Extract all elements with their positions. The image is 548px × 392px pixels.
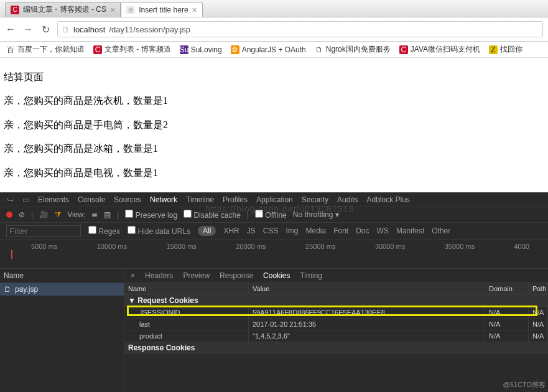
filter-other[interactable]: Other (432, 226, 450, 235)
detail-tab-response[interactable]: Response (220, 271, 253, 280)
filter-img[interactable]: Img (286, 226, 298, 235)
bookmark-item[interactable]: C文章列表 - 博客频道 (93, 44, 171, 55)
bookmark-item[interactable]: ⚙AngularJS + OAuth (231, 45, 306, 54)
detail-tab-cookies[interactable]: Cookies (263, 271, 290, 280)
url-path: /day11/session/pay.jsp (109, 25, 190, 34)
cookie-value: 2017-01-20 21:51:35 (249, 319, 485, 330)
filter-font[interactable]: Font (333, 226, 348, 235)
devtools-tab-security[interactable]: Security (302, 195, 328, 204)
disable-cache-checkbox[interactable]: Disable cache (183, 210, 241, 220)
preserve-log-checkbox[interactable]: Preserve log (125, 210, 177, 220)
purchase-line: 亲，您购买的商品是手电筒，数量是2 (4, 113, 544, 137)
request-list-header: Name (0, 269, 124, 283)
filter-css[interactable]: CSS (263, 226, 279, 235)
purchase-line: 亲，您购买的商品是洗衣机，数量是1 (4, 89, 544, 113)
tab-title: 编辑文章 - 博客频道 - CS (23, 4, 106, 15)
view-large-icon[interactable]: ▤ (104, 210, 111, 219)
capture-icon[interactable]: 🎥 (39, 210, 49, 219)
favicon-generic: ◎ (126, 6, 135, 14)
bookmark-item[interactable]: Z找回你 (489, 44, 522, 55)
hide-urls-checkbox[interactable]: Hide data URLs (128, 226, 190, 236)
inspect-icon[interactable]: ⮑ (6, 195, 14, 204)
detail-tab-preview[interactable]: Preview (183, 271, 210, 280)
purchase-line: 亲，您购买的商品是电视，数量是1 (4, 161, 544, 185)
response-cookies-group[interactable]: Response Cookies (124, 342, 548, 354)
col-domain: Domain (485, 283, 529, 295)
request-detail: × HeadersPreviewResponseCookiesTiming Na… (124, 269, 548, 392)
filter-ws[interactable]: WS (377, 226, 389, 235)
devtools-tab-application[interactable]: Application (256, 195, 293, 204)
purchase-line: 亲，您购买的商品是冰箱，数量是1 (4, 137, 544, 161)
network-filter-bar: Regex Hide data URLs All XHRJSCSSImgMedi… (0, 223, 548, 240)
bookmark-label: Ngrok国内免费服务 (326, 44, 391, 55)
throttling-select[interactable]: No throttling ▾ (293, 210, 339, 219)
detail-tab-headers[interactable]: Headers (145, 271, 173, 280)
bookmark-icon: Su (180, 45, 188, 54)
bookmark-icon: 百 (6, 45, 15, 54)
filter-js[interactable]: JS (247, 226, 256, 235)
devtools-tab-timeline[interactable]: Timeline (186, 195, 214, 204)
devtools-tab-sources[interactable]: Sources (114, 195, 141, 204)
devtools-tab-console[interactable]: Console (78, 195, 105, 204)
view-list-icon[interactable]: ≣ (91, 210, 98, 219)
close-icon[interactable]: × (110, 5, 115, 15)
detail-tab-timing[interactable]: Timing (300, 271, 322, 280)
tab-title: Insert title here (139, 6, 188, 14)
bookmark-icon: Z (489, 45, 498, 54)
devtools-tab-network[interactable]: Network (150, 195, 177, 204)
cookie-path: N/A (529, 307, 548, 319)
cookie-domain: N/A (485, 307, 529, 319)
filter-doc[interactable]: Doc (356, 226, 369, 235)
devtools-tab-adblock plus[interactable]: Adblock Plus (366, 195, 409, 204)
tab-inactive[interactable]: C 编辑文章 - 博客频道 - CS × (5, 2, 121, 17)
device-icon[interactable]: ▭ (22, 195, 29, 204)
filter-all[interactable]: All (198, 226, 216, 236)
watermark-corner: @51CTO博客 (503, 380, 546, 390)
devtools-tab-profiles[interactable]: Profiles (223, 195, 248, 204)
tab-active[interactable]: ◎ Insert title here × (121, 2, 203, 17)
bookmark-item[interactable]: SuSuLoving (180, 45, 222, 54)
cookie-name: JSESSIONID (124, 307, 249, 319)
forward-button[interactable]: → (22, 24, 34, 35)
col-path: Path (529, 283, 548, 295)
col-name: Name (124, 283, 249, 295)
bookmark-label: 百度一下，你就知道 (17, 44, 85, 55)
page-icon: 🗋 (62, 25, 70, 34)
cookie-row[interactable]: JSESSIONID59A911A6F8D886FF9CC16E5EAA130E… (124, 307, 548, 319)
bookmark-item[interactable]: 百百度一下，你就知道 (6, 44, 85, 55)
filter-media[interactable]: Media (306, 226, 327, 235)
page-heading: 结算页面 (4, 65, 544, 89)
url-field[interactable]: 🗋 localhost/day11/session/pay.jsp (57, 21, 543, 37)
bookmark-label: AngularJS + OAuth (242, 45, 306, 54)
close-icon[interactable]: × (192, 5, 197, 15)
cookie-row[interactable]: product"1,4,5,2,3,6"N/AN/A (124, 330, 548, 342)
request-cookies-group[interactable]: ▼ Request Cookies (124, 295, 548, 307)
clear-icon[interactable]: ⊘ (19, 210, 25, 219)
close-detail-icon[interactable]: × (131, 271, 135, 280)
filter-input[interactable] (6, 225, 81, 237)
devtools-tab-elements[interactable]: Elements (38, 195, 69, 204)
filter-xhr[interactable]: XHR (223, 226, 239, 235)
reload-button[interactable]: ↻ (40, 24, 51, 35)
record-button[interactable] (6, 212, 12, 218)
bookmark-item[interactable]: CJAVA微信扫码支付机 (399, 44, 480, 55)
bookmark-label: 找回你 (500, 44, 522, 55)
regex-checkbox[interactable]: Regex (88, 226, 120, 236)
address-bar: ← → ↻ 🗋 localhost/day11/session/pay.jsp (0, 17, 548, 42)
network-timeline[interactable]: 5000 ms10000 ms15000 ms20000 ms25000 ms3… (0, 240, 548, 269)
cookies-table: Name Value Domain Path ▼ Request Cookies… (124, 283, 548, 392)
filter-icon[interactable]: ⧩ (55, 210, 61, 219)
cookie-domain: N/A (485, 319, 529, 330)
devtools-tab-audits[interactable]: Audits (337, 195, 358, 204)
timeline-tick: 4000 (514, 243, 529, 250)
cookie-row[interactable]: last2017-01-20 21:51:35N/AN/A (124, 319, 548, 330)
back-button[interactable]: ← (5, 24, 16, 35)
filter-manifest[interactable]: Manifest (396, 226, 424, 235)
offline-checkbox[interactable]: Offline (255, 210, 287, 220)
bookmark-item[interactable]: 🗋Ngrok国内免费服务 (315, 44, 391, 55)
timeline-tick: 20000 ms (236, 243, 266, 250)
timeline-tick: 30000 ms (375, 243, 405, 250)
cookie-path: N/A (529, 330, 548, 342)
bookmark-label: 文章列表 - 博客频道 (104, 44, 171, 55)
request-row[interactable]: 🗋 pay.jsp (0, 283, 124, 296)
